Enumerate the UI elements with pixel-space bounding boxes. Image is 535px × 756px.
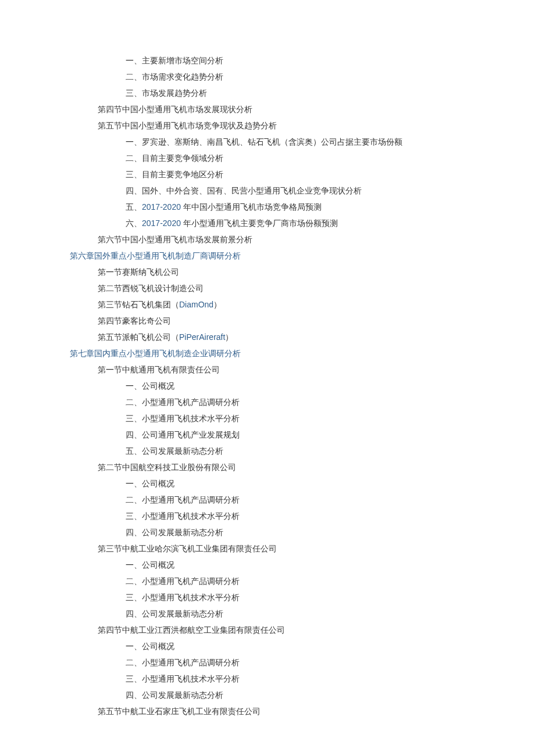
text-fragment: 一、罗宾逊、塞斯纳、南昌飞机、钻石飞机（含滨奥）公司占据主要市场份额 [126,137,402,146]
outline-line: 二、小型通用飞机产品调研分析 [126,492,465,508]
outline-line: 第七章国内重点小型通用飞机制造企业调研分析 [70,345,465,361]
text-fragment: 四、公司发展最新动态分析 [126,609,223,618]
outline-line: 四、公司发展最新动态分析 [126,605,465,622]
outline-line: 第六节中国小型通用飞机市场发展前景分析 [98,231,465,248]
text-fragment: 2017-2020 [142,202,181,212]
outline-line: 第三节钻石飞机集团（DiamOnd） [98,296,465,313]
text-fragment: PiPerAireraft [179,332,225,342]
outline-line: 一、主要新增市场空间分析 [126,52,465,69]
outline-line: 第五节派帕飞机公司（PiPerAireraft） [98,329,465,345]
document-outline: 一、主要新增市场空间分析二、市场需求变化趋势分析三、市场发展趋势分析第四节中国小… [70,52,465,719]
text-fragment: 第四节中航工业江西洪都航空工业集团有限责任公司 [98,625,285,635]
outline-line: 四、公司通用飞机产业发展规划 [126,427,465,443]
outline-line: 三、市场发展趋势分析 [126,85,465,101]
text-fragment: 三、目前主要竞争地区分析 [126,170,223,179]
outline-line: 五、2017-2020 年中国小型通用飞机市场竞争格局预测 [126,199,465,215]
outline-line: 第四节豪客比奇公司 [98,313,465,329]
outline-line: 三、小型通用飞机技术水平分析 [126,508,465,524]
text-fragment: 二、小型通用飞机产品调研分析 [126,495,240,504]
text-fragment: ） [225,332,233,342]
outline-line: 二、目前主要竞争领域分析 [126,150,465,166]
text-fragment: 第四节豪客比奇公司 [98,316,171,325]
outline-line: 一、罗宾逊、塞斯纳、南昌飞机、钻石飞机（含滨奥）公司占据主要市场份额 [126,134,465,150]
outline-line: 四、公司发展最新动态分析 [126,687,465,703]
text-fragment: 二、小型通用飞机产品调研分析 [126,397,240,407]
text-fragment: 四、公司发展最新动态分析 [126,528,223,537]
text-fragment: 一、主要新增市场空间分析 [126,56,223,65]
text-fragment: 一、公司概况 [126,479,174,488]
outline-line: 第六章国外重点小型通用飞机制造厂商调研分析 [70,248,465,264]
text-fragment: 五、 [126,202,142,212]
outline-line: 一、公司概况 [126,378,465,394]
outline-line: 二、小型通用飞机产品调研分析 [126,573,465,589]
text-fragment: 西 [122,284,130,293]
text-fragment: 三、小型通用飞机技术水平分析 [126,593,240,602]
text-fragment: 第二节中国航空科技工业股份有限公司 [98,463,236,472]
text-fragment: 年小型通用飞机主要竞争厂商市场份额预测 [181,218,338,228]
text-fragment: 四、公司通用飞机产业发展规划 [126,430,240,439]
text-fragment: 三、小型通用飞机技术水平分析 [126,674,240,683]
outline-line: 三、小型通用飞机技术水平分析 [126,671,465,687]
text-fragment: 四、国外、中外合资、国有、民营小型通用飞机企业竞争现状分析 [126,186,362,195]
text-fragment: ） [213,300,222,309]
text-fragment: 一、公司概况 [126,381,174,390]
outline-line: 第二节中国航空科技工业股份有限公司 [98,459,465,475]
text-fragment: 一、公司概况 [126,642,174,651]
text-fragment: 第三节钻石飞机集团（ [98,300,179,309]
text-fragment: 二、小型通用飞机产品调研分析 [126,576,240,586]
text-fragment: DiamOnd [179,300,213,309]
outline-line: 二、小型通用飞机产品调研分析 [126,654,465,671]
text-fragment: 第六节中国小型通用飞机市场发展前景分析 [98,235,252,244]
outline-line: 五、公司发展最新动态分析 [126,443,465,459]
text-fragment: 三、小型通用飞机技术水平分析 [126,414,240,423]
text-fragment: 一、公司概况 [126,560,174,569]
text-fragment: 三、市场发展趋势分析 [126,88,207,98]
outline-line: 一、公司概况 [126,557,465,573]
text-fragment: 第六章国外重点小型通用飞机制造厂商调研分析 [70,251,241,260]
outline-line: 第一节赛斯纳飞机公司 [98,264,465,280]
outline-line: 四、公司发展最新动态分析 [126,524,465,540]
text-fragment: 五、公司发展最新动态分析 [126,446,223,456]
outline-line: 三、小型通用飞机技术水平分析 [126,589,465,605]
text-fragment: 第二节 [98,284,122,293]
text-fragment: 二、小型通用飞机产品调研分析 [126,658,240,667]
text-fragment: 第一节中航通用飞机有限责任公司 [98,365,220,374]
outline-line: 二、小型通用飞机产品调研分析 [126,394,465,410]
text-fragment: 2017-2020 [142,218,181,228]
text-fragment: 年中国小型通用飞机市场竞争格局预测 [181,202,322,212]
outline-line: 四、国外、中外合资、国有、民营小型通用飞机企业竞争现状分析 [126,182,465,199]
outline-line: 六、2017-2020 年小型通用飞机主要竞争厂商市场份额预测 [126,215,465,231]
outline-line: 第二节西锐飞机设计制造公司 [98,280,465,296]
text-fragment: 第五节中航工业石家庄飞机工业有限责任公司 [98,707,261,716]
outline-line: 第四节中航工业江西洪都航空工业集团有限责任公司 [98,622,465,638]
outline-line: 第一节中航通用飞机有限责任公司 [98,361,465,378]
text-fragment: 二、目前主要竞争领域分析 [126,153,223,163]
text-fragment: 第七章国内重点小型通用飞机制造企业调研分析 [70,349,241,358]
outline-line: 一、公司概况 [126,475,465,492]
text-fragment: 锐飞机设计制造公司 [130,284,204,293]
text-fragment: 二、市场需求变化趋势分析 [126,72,223,81]
outline-line: 一、公司概况 [126,638,465,654]
text-fragment: 第三节中航工业哈尔滨飞机工业集团有限责任公司 [98,544,277,553]
text-fragment: 六、 [126,218,142,228]
text-fragment: 四、公司发展最新动态分析 [126,690,223,700]
outline-line: 三、小型通用飞机技术水平分析 [126,410,465,427]
outline-line: 三、目前主要竞争地区分析 [126,166,465,182]
outline-line: 二、市场需求变化趋势分析 [126,69,465,85]
text-fragment: 三、小型通用飞机技术水平分析 [126,511,240,521]
text-fragment: 第四节中国小型通用飞机市场发展现状分析 [98,105,252,114]
text-fragment: 第五节派帕飞机公司（ [98,332,179,342]
outline-line: 第五节中国小型通用飞机市场竞争现状及趋势分析 [98,117,465,134]
outline-line: 第五节中航工业石家庄飞机工业有限责任公司 [98,703,465,719]
outline-line: 第三节中航工业哈尔滨飞机工业集团有限责任公司 [98,540,465,557]
text-fragment: 第五节中国小型通用飞机市场竞争现状及趋势分析 [98,121,277,130]
text-fragment: 第一节赛斯纳飞机公司 [98,267,179,277]
outline-line: 第四节中国小型通用飞机市场发展现状分析 [98,101,465,117]
